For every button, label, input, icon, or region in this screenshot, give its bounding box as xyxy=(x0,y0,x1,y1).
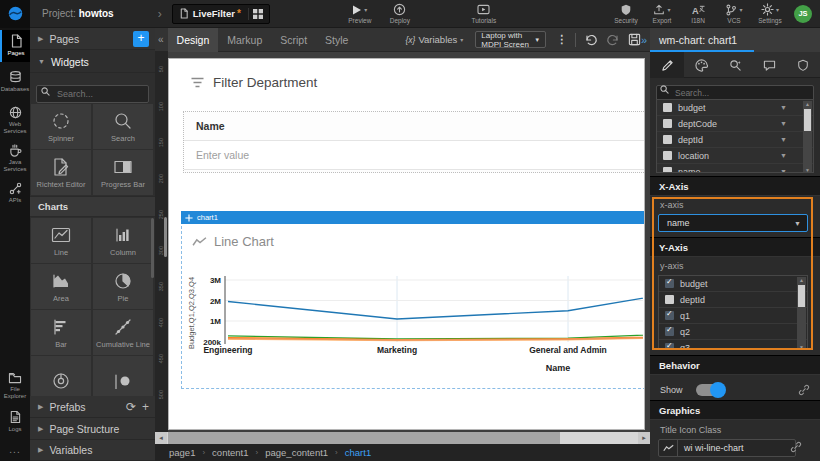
checkbox[interactable] xyxy=(663,119,672,128)
y-axis-section-header[interactable]: Y-Axis xyxy=(650,237,820,257)
checkbox[interactable] xyxy=(665,311,674,320)
widget-search-input[interactable] xyxy=(36,85,149,103)
tab-styles[interactable] xyxy=(684,52,718,78)
breadcrumb-page-content1[interactable]: page_content1 xyxy=(265,447,328,458)
title-icon-class-input[interactable]: wi wi-line-chart xyxy=(658,439,796,457)
x-axis-section-header[interactable]: X-Axis xyxy=(650,176,820,196)
field-row-budget[interactable]: budget▼ xyxy=(657,100,813,116)
sidebar-item-java-services[interactable]: Java Services xyxy=(0,140,30,176)
expand-panel-icon[interactable]: » xyxy=(641,34,647,46)
show-toggle[interactable] xyxy=(696,384,724,396)
page-structure-section-header[interactable]: ▶ Page Structure xyxy=(30,418,155,440)
chart-widget[interactable]: chart1 Line Chart 3M2M1M200kEngineeringM… xyxy=(181,211,645,389)
pages-grid-icon[interactable] xyxy=(253,9,263,19)
tile-column-chart[interactable]: Column xyxy=(93,218,153,263)
project-chevron-icon[interactable]: › xyxy=(158,7,162,21)
list-scrollbar[interactable]: ▲▼ xyxy=(797,277,806,350)
tab-properties[interactable] xyxy=(650,52,684,78)
export-button[interactable]: ▾ Export xyxy=(644,4,680,24)
tile-richtext-editor[interactable]: Richtext Editor xyxy=(31,150,91,195)
security-button[interactable]: Security xyxy=(608,4,644,24)
checkbox[interactable] xyxy=(665,343,674,350)
tile-cumulative-line-chart[interactable]: Cumulative Line xyxy=(93,310,153,355)
palette-scrollbar[interactable] xyxy=(151,218,154,278)
sidebar-item-pages[interactable]: Pages xyxy=(0,30,30,62)
tab-security-props[interactable] xyxy=(786,52,820,78)
checkbox[interactable] xyxy=(663,167,672,173)
tab-search-props[interactable] xyxy=(718,52,752,78)
refresh-icon[interactable]: ⟳ xyxy=(126,400,136,414)
behavior-section-header[interactable]: Behavior xyxy=(650,355,820,375)
field-row-deptcode[interactable]: deptCode▼ xyxy=(657,116,813,132)
sidebar-item-databases[interactable]: Databases xyxy=(0,66,30,98)
sidebar-item-apis[interactable]: APIs xyxy=(0,178,30,208)
widget-selection-bar[interactable]: chart1 xyxy=(181,211,645,224)
preview-button[interactable]: ▾ Preview xyxy=(342,4,378,24)
scroll-left-arrow[interactable]: ◂ xyxy=(155,432,167,444)
i18n-button[interactable]: A I18N xyxy=(680,4,716,24)
name-field[interactable] xyxy=(184,140,645,170)
checkbox[interactable] xyxy=(663,151,672,160)
chevron-down-icon[interactable]: ▼ xyxy=(780,136,787,143)
live-filter-form[interactable]: Name xyxy=(183,111,645,173)
checkbox[interactable] xyxy=(663,103,672,112)
more-icon[interactable]: ... xyxy=(0,444,30,455)
field-row-deptid[interactable]: deptId▼ xyxy=(657,132,813,148)
field-row-location[interactable]: location▼ xyxy=(657,148,813,164)
checkbox[interactable] xyxy=(665,295,674,304)
more-options-icon[interactable]: ⋮ xyxy=(556,33,567,46)
chevron-down-icon[interactable]: ▼ xyxy=(780,152,787,159)
prefabs-section-header[interactable]: ▶ Prefabs ⟳+ xyxy=(30,396,155,418)
tile-pie-chart[interactable]: Pie xyxy=(93,264,153,309)
list-scrollbar[interactable]: ▲▼ xyxy=(803,101,812,173)
tab-design[interactable]: Design xyxy=(168,28,219,52)
breadcrumb-chart1[interactable]: chart1 xyxy=(345,447,371,458)
settings-button[interactable]: ▾ Settings xyxy=(752,4,788,24)
tile-progress-bar[interactable]: Progress Bar xyxy=(93,150,153,195)
save-button[interactable] xyxy=(628,33,641,46)
chevron-down-icon[interactable]: ▼ xyxy=(780,168,787,173)
wavemaker-logo[interactable] xyxy=(0,0,30,28)
tile-bubble-chart[interactable] xyxy=(93,356,153,401)
tile-donut-chart[interactable] xyxy=(31,356,91,401)
checkbox[interactable] xyxy=(665,327,674,336)
tile-area-chart[interactable]: Area xyxy=(31,264,91,309)
checkbox[interactable] xyxy=(665,279,674,288)
breadcrumb-content1[interactable]: content1 xyxy=(212,447,248,458)
sidebar-item-file-explorer[interactable]: File Explorer xyxy=(0,368,30,404)
tile-search[interactable]: Search xyxy=(93,104,153,149)
bind-icon[interactable] xyxy=(790,441,802,453)
deploy-button[interactable]: Deploy xyxy=(382,4,418,24)
page-tab-livefilter[interactable]: LiveFilter * xyxy=(172,4,270,24)
yaxis-row-deptid[interactable]: deptId xyxy=(659,292,807,308)
add-prefab-icon[interactable]: + xyxy=(142,400,149,414)
yaxis-row-q1[interactable]: q1 xyxy=(659,308,807,324)
canvas-vscrollbar[interactable] xyxy=(164,217,167,257)
x-axis-select[interactable]: name ▼ xyxy=(658,214,808,232)
yaxis-row-budget[interactable]: budget xyxy=(659,276,807,292)
vcs-button[interactable]: ▾ VCS xyxy=(716,4,752,24)
checkbox[interactable] xyxy=(663,135,672,144)
undo-button[interactable] xyxy=(584,33,598,46)
field-row-name[interactable]: name▼ xyxy=(657,164,813,173)
variables-dropdown[interactable]: {x} Variables ▾ xyxy=(405,34,463,45)
chevron-down-icon[interactable]: ▼ xyxy=(780,104,787,111)
redo-button[interactable] xyxy=(606,33,620,46)
user-avatar[interactable]: JS xyxy=(794,5,812,23)
tutorials-button[interactable]: Tutorials xyxy=(466,4,502,24)
tab-markup[interactable]: Markup xyxy=(218,28,271,52)
tab-style[interactable]: Style xyxy=(316,28,357,52)
sidebar-item-logs[interactable]: Logs xyxy=(0,406,30,438)
tab-script[interactable]: Script xyxy=(271,28,316,52)
collapse-panel-icon[interactable]: « xyxy=(158,34,164,45)
yaxis-row-q3[interactable]: q3 xyxy=(659,340,807,350)
breadcrumb-page1[interactable]: page1 xyxy=(169,447,195,458)
tile-spinner[interactable]: Spinner xyxy=(31,104,91,149)
tab-events[interactable] xyxy=(752,52,786,78)
scroll-right-arrow[interactable]: ▸ xyxy=(638,432,650,444)
sidebar-item-web-services[interactable]: Web Services xyxy=(0,102,30,138)
chevron-down-icon[interactable]: ▼ xyxy=(780,120,787,127)
add-page-button[interactable]: + xyxy=(133,31,149,47)
bind-icon[interactable] xyxy=(798,384,810,396)
tile-line-chart[interactable]: Line xyxy=(31,218,91,263)
